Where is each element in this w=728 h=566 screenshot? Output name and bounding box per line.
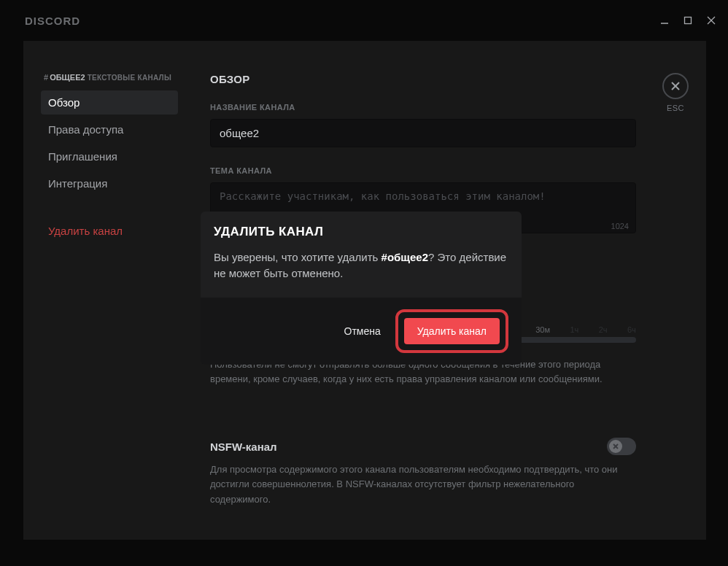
slider-tick-label: 6ч — [627, 325, 636, 334]
titlebar: DISCORD — [0, 0, 728, 41]
modal-message: Вы уверены, что хотите удалить #общее2? … — [214, 249, 508, 282]
close-settings-button[interactable]: ESC — [662, 73, 689, 112]
brand-logo: DISCORD — [25, 15, 80, 27]
modal-title: УДАЛИТЬ КАНАЛ — [214, 225, 508, 239]
maximize-icon[interactable] — [683, 15, 693, 26]
cancel-button[interactable]: Отмена — [340, 318, 385, 344]
slider-tick-label: 2ч — [599, 325, 608, 334]
sidebar-channel-name: ОБЩЕЕ2 — [50, 73, 85, 82]
window-controls — [659, 15, 716, 26]
sidebar-item-label: Удалить канал — [48, 225, 123, 237]
svg-rect-1 — [685, 18, 692, 24]
delete-button-highlight: Удалить канал — [395, 309, 508, 353]
modal-channel-name: #общее2 — [382, 251, 428, 263]
close-icon — [662, 73, 689, 99]
sidebar-item-label: Приглашения — [48, 150, 117, 163]
slider-tick-label: 1ч — [570, 325, 578, 334]
channel-name-input[interactable] — [210, 119, 636, 147]
channel-topic-label: ТЕМА КАНАЛА — [210, 166, 636, 175]
delete-channel-modal: УДАЛИТЬ КАНАЛ Вы уверены, что хотите уда… — [201, 212, 522, 365]
sidebar-item-label: Интеграция — [48, 177, 107, 190]
hash-icon: # — [44, 73, 48, 82]
sidebar-item-label: Права доступа — [48, 123, 123, 136]
nsfw-block: NSFW-канал Для просмотра содержимого это… — [210, 438, 636, 506]
sidebar-item-permissions[interactable]: Права доступа — [41, 117, 178, 142]
slider-tick-label: 30м — [535, 325, 550, 334]
sidebar-item-invites[interactable]: Приглашения — [41, 144, 178, 168]
page-title: ОБЗОР — [210, 73, 636, 85]
sidebar-item-delete-channel[interactable]: Удалить канал — [41, 219, 178, 243]
toggle-knob-icon — [609, 440, 622, 453]
delete-channel-button[interactable]: Удалить канал — [404, 318, 500, 344]
nsfw-description: Для просмотра содержимого этого канала п… — [210, 462, 636, 506]
nsfw-toggle[interactable] — [607, 438, 636, 455]
nsfw-title: NSFW-канал — [210, 441, 277, 453]
esc-label: ESC — [667, 104, 684, 112]
sidebar-item-integrations[interactable]: Интеграция — [41, 171, 178, 195]
close-window-icon[interactable] — [706, 15, 716, 26]
settings-sidebar: #ОБЩЕЕ2 ТЕКСТОВЫЕ КАНАЛЫ Обзор Права дос… — [23, 41, 185, 540]
channel-name-label: НАЗВАНИЕ КАНАЛА — [210, 103, 636, 112]
sidebar-item-label: Обзор — [48, 96, 80, 109]
sidebar-channel-sub: ТЕКСТОВЫЕ КАНАЛЫ — [88, 74, 171, 82]
sidebar-channel-heading: #ОБЩЕЕ2 ТЕКСТОВЫЕ КАНАЛЫ — [41, 73, 178, 82]
minimize-icon[interactable] — [659, 15, 670, 26]
modal-text-pre: Вы уверены, что хотите удалить — [214, 251, 382, 263]
sidebar-item-overview[interactable]: Обзор — [41, 90, 178, 115]
